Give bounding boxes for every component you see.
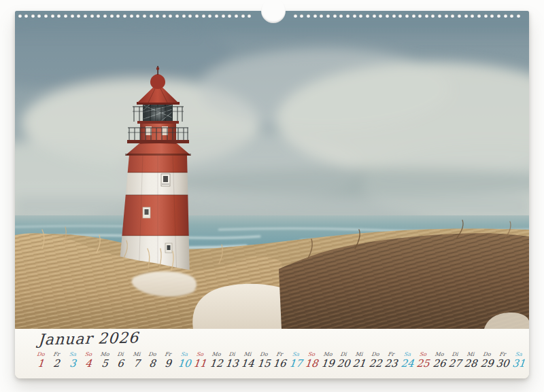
day-column: Fr23 — [383, 351, 399, 370]
day-column: Sa17 — [288, 351, 304, 370]
binding-hole — [320, 14, 323, 18]
day-number: 19 — [319, 358, 337, 370]
day-abbr: Do — [255, 351, 272, 357]
binding-hole — [333, 14, 337, 18]
binding-hole — [517, 14, 520, 18]
binding-hole — [405, 14, 409, 18]
binding-hole — [392, 14, 396, 18]
day-abbr: Mi — [351, 351, 368, 357]
binding-hole — [339, 14, 343, 18]
day-abbr: Sa — [175, 351, 192, 357]
binding-hole — [143, 14, 146, 18]
binding-hole — [490, 14, 494, 18]
lighthouse-photo — [15, 11, 529, 329]
binding-hole — [44, 14, 48, 18]
binding-hole — [77, 14, 80, 18]
month-title: Januar 2026 — [37, 329, 139, 351]
day-column: Do8 — [144, 351, 160, 370]
day-column: Mi28 — [462, 351, 479, 370]
binding-hole — [208, 14, 211, 18]
day-column: Fr16 — [271, 351, 288, 370]
day-abbr: Mi — [128, 351, 145, 357]
binding-hole — [438, 14, 441, 18]
binding-hole — [366, 14, 369, 18]
binding-hole — [248, 14, 251, 18]
binding-hole — [84, 14, 87, 18]
binding-hole — [379, 14, 382, 18]
binding-hole — [202, 14, 205, 18]
binding-hole — [150, 14, 153, 18]
day-number: 1 — [32, 358, 50, 370]
day-abbr: Di — [446, 351, 463, 357]
binding-hole — [510, 14, 513, 18]
binding-hole — [497, 14, 500, 18]
binding-hole — [195, 14, 199, 18]
binding-hole — [103, 14, 107, 18]
binding-hole — [31, 14, 35, 18]
day-column: Do15 — [256, 351, 272, 370]
day-number: 31 — [510, 358, 528, 370]
calendar-footer: Januar 2026 Do1Fr2Sa3So4Mo5Di6Mi7Do8Fr9S… — [15, 329, 529, 378]
date-row: Do1Fr2Sa3So4Mo5Di6Mi7Do8Fr9Sa10So11Mo12D… — [15, 351, 529, 377]
binding-hole — [156, 14, 159, 18]
binding-hole — [353, 14, 356, 18]
day-column: Do29 — [479, 351, 495, 370]
day-number: 6 — [112, 358, 129, 370]
day-abbr: Sa — [398, 351, 415, 357]
day-number: 17 — [287, 358, 305, 370]
binding-hole — [163, 14, 166, 18]
binding-hole — [215, 14, 218, 18]
binding-hole — [136, 14, 139, 18]
day-column: Sa31 — [511, 351, 527, 370]
binding-hole — [188, 14, 192, 18]
day-column: Do22 — [367, 351, 384, 370]
day-number: 22 — [367, 358, 384, 370]
binding-hole — [123, 14, 126, 18]
day-column: Fr2 — [48, 351, 65, 370]
day-column: So11 — [192, 351, 208, 370]
day-column: Mo19 — [320, 351, 336, 370]
day-number: 3 — [64, 358, 82, 370]
day-number: 28 — [462, 358, 479, 370]
binding-hole — [477, 14, 481, 18]
binding-hole — [451, 14, 454, 18]
day-column: Mo5 — [97, 351, 113, 370]
day-abbr: Sa — [287, 351, 304, 357]
binding-hole — [90, 14, 94, 18]
binding-hole — [64, 14, 67, 18]
binding-hole — [182, 14, 186, 18]
day-number: 16 — [271, 358, 288, 370]
binding-hole — [169, 14, 172, 18]
day-column: Sa24 — [399, 351, 415, 370]
day-number: 11 — [191, 358, 209, 370]
day-number: 8 — [143, 358, 161, 370]
day-abbr: Fr — [160, 351, 177, 357]
binding-hole — [484, 14, 488, 18]
day-number: 10 — [175, 358, 193, 370]
photo-scene-svg — [15, 11, 529, 329]
day-column: Fr9 — [160, 351, 176, 370]
binding-hole — [346, 14, 350, 18]
day-abbr: Sa — [510, 351, 527, 357]
binding-hole — [313, 14, 317, 18]
day-column: Do1 — [33, 351, 49, 370]
day-abbr: Mo — [319, 351, 336, 357]
binding-hole — [504, 14, 507, 18]
day-number: 9 — [159, 358, 177, 370]
day-abbr: Do — [33, 351, 50, 357]
calendar-page: Januar 2026 Do1Fr2Sa3So4Mo5Di6Mi7Do8Fr9S… — [15, 11, 529, 378]
binding-hole — [24, 14, 28, 18]
binding-hole — [71, 14, 74, 18]
tower-window-lower — [165, 243, 172, 253]
binding-hole — [300, 14, 303, 18]
day-column: Mo26 — [431, 351, 447, 370]
day-column: Di13 — [224, 351, 240, 370]
day-number: 25 — [414, 358, 432, 370]
day-number: 24 — [398, 358, 416, 370]
day-column: So18 — [303, 351, 320, 370]
binding-hole — [37, 14, 41, 18]
day-column: Sa10 — [176, 351, 192, 370]
day-number: 13 — [223, 358, 241, 370]
day-abbr: So — [415, 351, 432, 357]
gallery-floor — [127, 140, 189, 143]
